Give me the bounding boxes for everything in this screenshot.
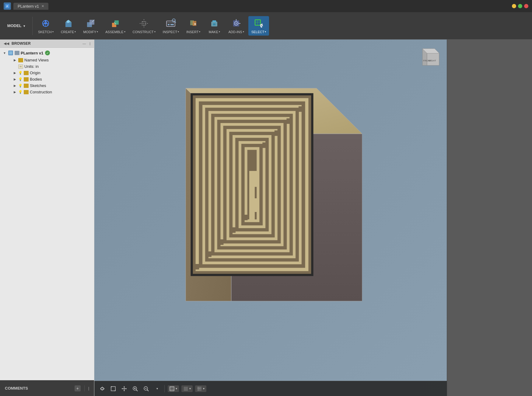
fit-button[interactable] [109,384,117,393]
addins-icon [231,18,242,29]
bodies-folder-icon [24,77,29,82]
window-controls [512,4,528,8]
tab-close-button[interactable]: ✕ [41,4,44,8]
bodies-label: Bodies [30,77,42,82]
comments-separator [84,385,85,391]
bodies-lightbulb-icon[interactable]: 💡 [18,77,23,82]
tree-item-sketches[interactable]: ▶ 💡 Sketches [0,82,94,89]
select-icon [253,18,264,29]
svg-rect-21 [170,24,174,25]
svg-text:F: F [6,5,8,8]
toolbar-inspect[interactable]: INSPECT ▾ [160,16,182,36]
tree-item-bodies[interactable]: ▶ 💡 Bodies [0,76,94,82]
units-icon: in [18,64,23,69]
sketches-expand-icon[interactable]: ▶ [13,84,17,88]
svg-point-5 [45,23,47,24]
root-check-icon: ✓ [45,50,50,55]
model-dropdown[interactable]: MODEL ▾ [2,22,30,30]
zoom-out-button[interactable] [142,384,150,393]
svg-point-22 [172,19,175,22]
toolbar-addins[interactable]: ADD-INS ▾ [225,16,247,36]
zoom-arrow-button[interactable]: ▾ [153,384,161,393]
toolbar-separator-1 [32,17,33,35]
browser-back-button[interactable]: ◀◀ [4,41,9,46]
make-icon [209,18,220,29]
construct-icon [138,18,149,29]
toolbar-insert[interactable]: INSERT ▾ [183,16,203,36]
minimize-button[interactable] [512,4,516,8]
title-bar: F PLantern v1 ✕ [0,0,532,12]
tree-item-origin[interactable]: ▶ 💡 Origin [0,70,94,76]
inspect-label: INSPECT ▾ [163,30,179,34]
maximize-button[interactable] [518,4,522,8]
close-window-button[interactable] [524,4,528,8]
svg-point-34 [236,23,237,24]
svg-marker-86 [124,390,125,391]
svg-rect-71 [254,198,257,212]
assemble-label: ASSEMBLE ▾ [105,30,125,34]
addins-label: ADD-INS ▾ [228,30,244,34]
svg-rect-80 [111,387,115,391]
select-label: SELECT ▾ [251,30,266,34]
construction-lightbulb-icon[interactable]: 💡 [18,90,23,94]
grid-toggle[interactable]: ▾ [181,385,193,392]
origin-lightbulb-icon[interactable]: 💡 [18,71,23,75]
insert-icon [188,18,199,29]
svg-rect-28 [212,20,216,22]
svg-rect-67 [254,171,258,187]
tree-item-construction[interactable]: ▶ 💡 Construction [0,89,94,95]
browser-title: BROWSER [12,41,80,46]
view-options-dropdown[interactable]: ▾ [195,385,206,392]
svg-rect-99 [170,389,172,390]
units-label: Units: in [24,64,39,69]
bodies-expand-icon[interactable]: ▶ [13,77,17,82]
named-views-folder-icon [18,58,23,62]
toolbar-modify[interactable]: MODIFY ▾ [80,16,101,36]
toolbar-create[interactable]: CREATE ▾ [58,16,79,36]
tree-item-units[interactable]: in Units: in [0,63,94,70]
comments-expand-button[interactable]: | [88,386,89,391]
svg-rect-100 [172,389,173,390]
svg-rect-8 [67,20,69,23]
svg-line-90 [136,390,138,391]
comments-add-button[interactable]: + [75,385,81,391]
right-panel [447,40,532,396]
root-expand-icon[interactable]: ▼ [2,51,7,55]
toolbar: MODEL ▾ SKETCH ▾ [0,12,532,40]
svg-rect-97 [170,387,172,388]
toolbar-construct[interactable]: CONSTRUCT ▾ [130,16,159,36]
named-views-expand-icon[interactable]: ▶ [13,58,17,62]
orbit-button[interactable] [98,384,107,393]
comments-label: COMMENTS [5,386,72,391]
pan-button[interactable] [120,384,128,393]
tree-item-named-views[interactable]: ▶ Named Views [0,57,94,63]
app-icon: F [4,2,11,10]
tab-title: PLantern v1 [18,4,39,9]
browser-collapse-button[interactable]: — [82,42,86,45]
viewport[interactable]: FRONT RIGHT [94,40,447,396]
display-mode-dropdown[interactable]: ▾ [168,385,179,392]
browser-tree: ▼ PLantern v1 ✓ ▶ Named Views [0,48,94,380]
zoom-in-button[interactable] [131,384,139,393]
tree-root-item[interactable]: ▼ PLantern v1 ✓ [0,49,94,57]
sketches-lightbulb-icon[interactable]: 💡 [18,84,23,88]
toolbar-sketch[interactable]: SKETCH ▾ [35,16,57,36]
svg-rect-108 [200,387,201,388]
view-cube[interactable]: FRONT RIGHT [416,46,441,70]
create-label: CREATE ▾ [61,30,76,34]
tab-plantern[interactable]: PLantern v1 ✕ [13,3,48,10]
3d-model-view [94,52,362,325]
toolbar-assemble[interactable]: ASSEMBLE ▾ [102,16,128,36]
toolbar-select[interactable]: SELECT ▾ [248,16,269,36]
construction-expand-icon[interactable]: ▶ [13,90,17,94]
comments-bar: COMMENTS + | [0,380,94,396]
browser-header: ◀◀ BROWSER — | [0,40,94,48]
inspect-icon [165,18,176,29]
origin-label: Origin [30,71,40,75]
toolbar-make[interactable]: MAKE ▾ [205,16,224,36]
modify-icon [85,18,96,29]
browser-pin-button[interactable]: | [89,42,90,45]
origin-expand-icon[interactable]: ▶ [13,71,17,75]
named-views-label: Named Views [24,58,49,62]
root-component-icon [8,50,13,56]
